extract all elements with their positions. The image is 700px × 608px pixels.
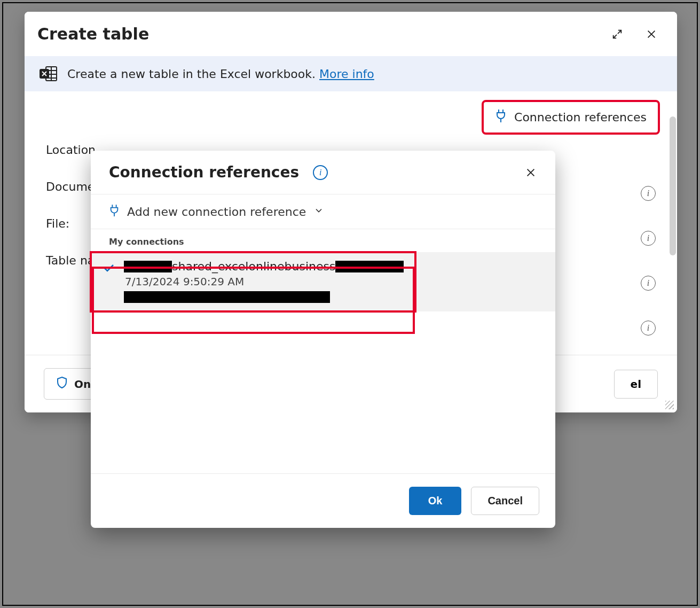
cancel-button-main[interactable]: el (614, 370, 658, 399)
my-connections-label: My connections (91, 229, 555, 252)
cancel-label-partial: el (631, 378, 641, 391)
redacted-text (124, 261, 172, 272)
connection-references-button[interactable]: Connection references (483, 101, 659, 134)
sub-dialog-header: Connection references i (91, 151, 555, 194)
check-icon (99, 260, 119, 275)
resize-grip[interactable] (664, 400, 675, 410)
label-table: Table na (46, 254, 95, 267)
connection-name-row: shared_excelonlinebusiness (124, 260, 547, 273)
header-actions (611, 28, 658, 41)
info-icon[interactable]: i (641, 321, 656, 336)
dialog-title: Create table (37, 25, 149, 43)
info-icon[interactable]: i (641, 231, 656, 246)
ok-button[interactable]: Ok (409, 487, 462, 515)
info-icon[interactable]: i (641, 276, 656, 291)
dialog-header: Create table (25, 12, 677, 56)
connection-timestamp: 7/13/2024 9:50:29 AM (124, 275, 547, 288)
more-info-link[interactable]: More info (319, 67, 374, 81)
banner-text: Create a new table in the Excel workbook… (67, 67, 374, 81)
redacted-text (124, 291, 330, 303)
info-banner: Create a new table in the Excel workbook… (25, 56, 677, 91)
conn-ref-button-row: Connection references (25, 91, 677, 134)
scrollbar-thumb[interactable] (670, 116, 676, 255)
cancel-button[interactable]: Cancel (471, 487, 539, 515)
close-icon[interactable] (645, 28, 658, 41)
excel-icon (40, 66, 58, 82)
owner-label: On (74, 378, 91, 391)
info-icon-column: i i i i (641, 186, 656, 336)
info-icon[interactable]: i (641, 186, 656, 201)
add-connection-reference-button[interactable]: Add new connection reference (91, 194, 555, 229)
label-location: Location (46, 143, 96, 157)
redacted-text (335, 261, 404, 272)
expand-icon[interactable] (611, 28, 624, 41)
connection-references-dialog: Connection references i Add new connecti… (91, 151, 555, 528)
connection-detail: shared_excelonlinebusiness 7/13/2024 9:5… (124, 260, 547, 303)
connection-item[interactable]: shared_excelonlinebusiness 7/13/2024 9:5… (91, 252, 555, 311)
label-file: File: (46, 217, 69, 230)
info-icon[interactable]: i (313, 165, 328, 180)
add-label: Add new connection reference (127, 205, 306, 219)
plug-icon (109, 204, 120, 219)
shield-icon (56, 376, 68, 392)
sub-dialog-footer: Ok Cancel (91, 473, 555, 528)
conn-ref-label: Connection references (514, 111, 647, 124)
connection-name-middle: shared_excelonlinebusiness (172, 260, 335, 273)
close-icon[interactable] (524, 166, 537, 179)
plug-icon (495, 109, 507, 126)
chevron-down-icon (313, 205, 324, 218)
label-document: Docume (46, 180, 95, 193)
banner-desc: Create a new table in the Excel workbook… (67, 67, 316, 81)
sub-dialog-title: Connection references (109, 163, 299, 181)
